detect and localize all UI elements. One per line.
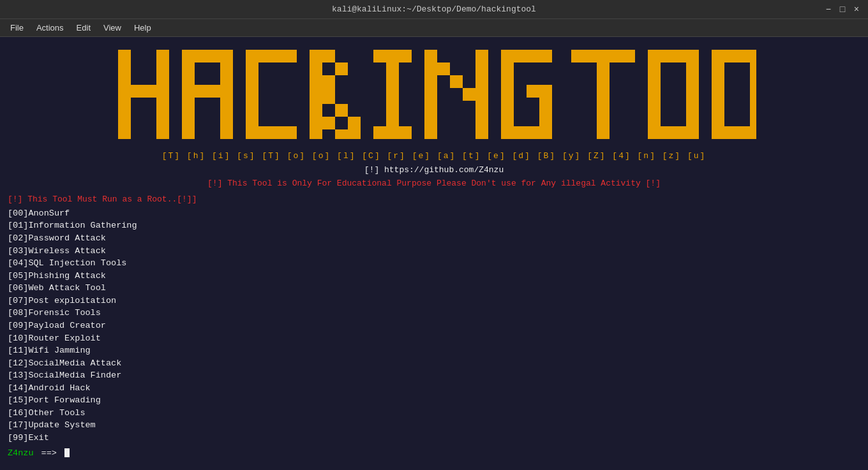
prompt-arrow: ==>: [36, 447, 63, 460]
menu-list-item[interactable]: [09]Payload Creator: [8, 319, 860, 332]
cursor-blink: [64, 448, 70, 457]
svg-rect-24: [450, 75, 463, 88]
svg-rect-6: [182, 85, 233, 98]
menu-list-item[interactable]: [10]Router Exploit: [8, 332, 860, 345]
svg-rect-16: [348, 117, 361, 139]
svg-rect-17: [322, 117, 335, 129]
svg-rect-14: [322, 91, 335, 104]
menu-list-item[interactable]: [13]SocialMedia Finder: [8, 369, 860, 382]
warning-line: [!] This Tool is Only For Educational Pu…: [8, 178, 860, 190]
svg-rect-11: [322, 50, 335, 62]
svg-rect-9: [246, 50, 258, 139]
title-bar-controls: − □ ×: [823, 4, 862, 15]
svg-rect-40: [712, 50, 724, 139]
prompt-username: Z4nzu: [8, 447, 34, 460]
svg-rect-5: [182, 50, 233, 62]
subtitle-line: [T] [h] [i] [s] [T] [o] [o] [l] [C] [r] …: [8, 151, 860, 163]
svg-rect-26: [475, 50, 488, 139]
menu-view[interactable]: View: [97, 22, 128, 34]
svg-rect-31: [539, 85, 552, 126]
menu-help[interactable]: Help: [128, 22, 158, 34]
menu-list-item[interactable]: [16]Other Tools: [8, 407, 860, 420]
maximize-button[interactable]: □: [837, 4, 848, 15]
svg-rect-21: [386, 50, 399, 139]
svg-rect-22: [424, 50, 437, 139]
github-line: [!] https://github.com/Z4nzu: [8, 165, 860, 177]
svg-rect-10: [310, 50, 322, 139]
close-button[interactable]: ×: [851, 4, 862, 15]
prompt-line: Z4nzu ==>: [8, 447, 860, 460]
minimize-button[interactable]: −: [823, 4, 834, 15]
menu-list-item[interactable]: [12]SocialMedia Attack: [8, 357, 860, 370]
menu-actions[interactable]: Actions: [30, 22, 70, 34]
title-bar-text: kali@kaliLinux:~/Desktop/Demo/hackingtoo…: [45, 4, 823, 14]
terminal[interactable]: [T] [h] [i] [s] [T] [o] [o] [l] [C] [r] …: [0, 37, 868, 470]
svg-rect-15: [335, 104, 348, 117]
menu-file[interactable]: File: [4, 22, 30, 34]
svg-rect-41: [750, 50, 756, 139]
svg-rect-13: [322, 75, 335, 91]
svg-rect-37: [686, 50, 699, 139]
menu-bar: File Actions Edit View Help: [0, 19, 868, 37]
menu-list-item[interactable]: [15]Port Forwading: [8, 394, 860, 407]
svg-rect-36: [648, 50, 661, 139]
menu-edit[interactable]: Edit: [70, 22, 97, 34]
svg-rect-29: [501, 50, 514, 139]
svg-rect-18: [335, 129, 348, 139]
svg-rect-23: [437, 62, 450, 75]
menu-list-item[interactable]: [00]AnonSurf: [8, 207, 860, 220]
menu-list-item[interactable]: [04]SQL Injection Tools: [8, 257, 860, 270]
menu-list-item[interactable]: [05]Phishing Attack: [8, 270, 860, 283]
svg-rect-25: [463, 88, 475, 101]
menu-list-item[interactable]: [17]Update System: [8, 419, 860, 432]
menu-list-item[interactable]: [02]Password Attack: [8, 232, 860, 245]
menu-list-item[interactable]: [07]Post exploitation: [8, 295, 860, 307]
svg-rect-2: [118, 85, 169, 98]
root-warning: [!] This Tool Must Run as a Root..[!]]: [8, 194, 860, 206]
menu-list-item[interactable]: [99]Exit: [8, 432, 860, 444]
menu-list-item[interactable]: [08]Forensic Tools: [8, 307, 860, 319]
menu-list-item[interactable]: [03]Wireless Attack: [8, 245, 860, 258]
menu-list-item[interactable]: [14]Android Hack: [8, 382, 860, 395]
ascii-art-title: [8, 43, 860, 148]
svg-rect-33: [597, 50, 610, 139]
title-bar: kali@kaliLinux:~/Desktop/Demo/hackingtoo…: [0, 0, 868, 19]
menu-list: [00]AnonSurf[01]Information Gathering[02…: [8, 207, 860, 444]
menu-list-item[interactable]: [01]Information Gathering: [8, 219, 860, 232]
menu-list-item[interactable]: [06]Web Attack Tool: [8, 282, 860, 295]
svg-rect-12: [335, 62, 348, 75]
menu-list-item[interactable]: [11]Wifi Jamming: [8, 344, 860, 357]
